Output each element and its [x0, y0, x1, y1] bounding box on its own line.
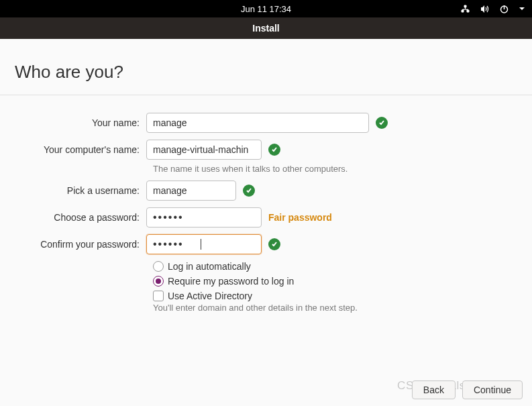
login-password-label: Require my password to log in — [168, 276, 294, 287]
system-tray[interactable] — [460, 4, 525, 14]
button-bar: Back Continue — [412, 380, 523, 399]
name-label: Your name: — [0, 117, 146, 128]
network-icon[interactable] — [460, 4, 470, 14]
chevron-down-icon[interactable] — [519, 5, 525, 12]
system-top-bar: Jun 11 17:34 — [0, 0, 532, 17]
check-icon — [268, 238, 280, 250]
check-icon — [376, 117, 388, 129]
login-password-option[interactable]: Require my password to log in — [153, 276, 532, 287]
computer-label: Your computer's name: — [0, 144, 146, 155]
window-title: Install — [252, 23, 279, 34]
volume-icon[interactable] — [480, 4, 490, 14]
window-title-bar: Install — [0, 17, 532, 39]
active-directory-option[interactable]: Use Active Directory — [153, 291, 532, 301]
radio-unchecked-icon — [153, 261, 164, 272]
ad-hint: You'll enter domain and other details in… — [153, 303, 532, 313]
username-input[interactable] — [146, 181, 236, 201]
check-icon — [268, 144, 280, 156]
check-icon — [243, 185, 255, 197]
power-icon[interactable] — [499, 4, 509, 14]
computer-hint: The name it uses when it talks to other … — [153, 164, 532, 174]
checkbox-unchecked-icon — [153, 291, 164, 301]
computer-input[interactable] — [146, 140, 262, 160]
login-auto-option[interactable]: Log in automatically — [153, 261, 532, 272]
confirm-input[interactable]: •••••• — [146, 234, 262, 254]
datetime: Jun 11 17:34 — [241, 4, 291, 14]
confirm-label: Confirm your password: — [0, 239, 146, 250]
password-label: Choose a password: — [0, 212, 146, 223]
user-form: Your name: Your computer's name: The nam… — [0, 95, 532, 313]
continue-button[interactable]: Continue — [462, 380, 523, 399]
back-button[interactable]: Back — [412, 380, 456, 399]
password-strength: Fair password — [268, 212, 332, 223]
page-heading: Who are you? — [0, 39, 532, 95]
password-input[interactable]: •••••• — [146, 207, 262, 227]
name-input[interactable] — [146, 113, 369, 133]
active-directory-label: Use Active Directory — [168, 291, 252, 301]
login-auto-label: Log in automatically — [168, 261, 251, 272]
installer-content: Who are you? Your name: Your computer's … — [0, 39, 532, 406]
svg-rect-2 — [467, 10, 469, 12]
svg-rect-1 — [462, 10, 464, 12]
svg-rect-0 — [464, 5, 466, 7]
radio-checked-icon — [153, 276, 164, 287]
username-label: Pick a username: — [0, 185, 146, 196]
